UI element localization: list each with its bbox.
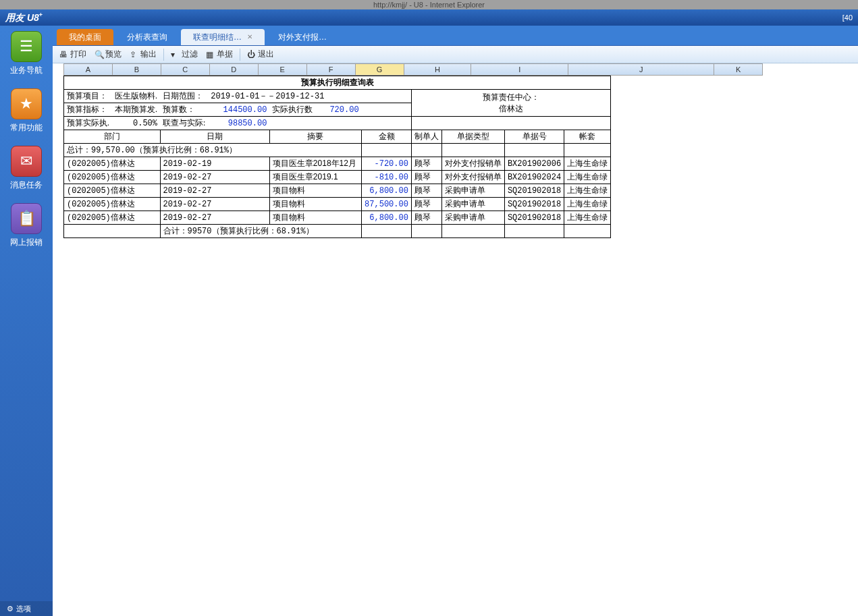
cell-date: 2019-02-27 [160,184,269,198]
column-header-A[interactable]: A [64,64,113,75]
app-titlebar: 用友 U8+ [40 [0,9,858,26]
close-icon[interactable]: ✕ [247,29,252,45]
sidebar-options[interactable]: ⚙ 选项 [0,601,53,616]
budget-project: 医生版物料. [112,90,160,103]
clipboard-icon: 📋 [11,203,42,234]
column-headers[interactable]: ABCDEFGHIJK [63,63,763,76]
exit-button[interactable]: ⏻退出 [243,47,278,61]
document-button[interactable]: ▦单据 [202,47,237,61]
report-info-row-1: 预算项目： 医生版物料. 日期范围： 2019-01-01－－2019-12-3… [64,90,611,103]
mail-icon: ✉ [11,146,42,177]
cell-type: 采购申请单 [441,184,504,198]
actual-ratio-label: 预算实际执. [64,117,113,130]
cell-ledger: 上海生命绿 [564,211,611,225]
cell-date: 2019-02-27 [160,171,269,184]
sidebar-item-online[interactable]: 📋 网上报销 [5,203,47,248]
cell-dept: (0202005)倍林达 [64,171,161,184]
report-info-row-3: 预算实际执. 0.50% 联查与实际: 98850.00 [64,117,611,130]
sidebar-item-fav[interactable]: ★ 常用功能 [5,88,47,134]
column-header-F[interactable]: F [307,64,356,75]
cell-amount: 6,800.00 [362,211,412,225]
cell-maker: 顾琴 [411,184,441,198]
actual-exec: 720.00 [327,103,361,117]
column-header-H[interactable]: H [404,64,472,75]
column-header-C[interactable]: C [161,64,210,75]
budget-index-label: 预算指标： [64,103,113,117]
tab-bar: 我的桌面 分析表查询 联查明细结…✕ 对外支付报… [53,26,858,46]
column-header-G[interactable]: G [356,64,404,75]
export-icon: ⇪ [130,50,139,59]
col-dept: 部门 [64,130,161,144]
diff: 98850.00 [208,117,269,130]
sidebar-options-label: 选项 [16,604,31,614]
column-header-E[interactable]: E [259,64,307,75]
print-button[interactable]: 🖶打印 [55,47,90,61]
cell-docno: SQ201902018 [504,184,564,198]
print-icon: 🖶 [59,50,69,59]
nav-icon: ☰ [11,31,42,62]
table-row[interactable]: (0202005)倍林达2019-02-27项目医生章2019.1-810.00… [64,171,611,184]
column-header-J[interactable]: J [568,64,714,75]
cell-docno: BX201902006 [504,157,564,171]
browser-title-bar: http://kmjj/ - U8 - Internet Explorer [0,0,858,9]
sidebar-item-nav[interactable]: ☰ 业务导航 [5,31,47,76]
cell-dept: (0202005)倍林达 [64,184,161,198]
cell-summary: 项目物料 [269,211,361,225]
gear-icon: ⚙ [7,605,14,613]
budget-project-label: 预算项目： [64,90,113,103]
tab-desktop[interactable]: 我的桌面 [57,29,113,45]
sheet-area[interactable]: ABCDEFGHIJK 预算执行明细查询表 预算项目： 医生版物料. 日期范围：… [63,63,858,616]
total-text: 总计：99,570.00（预算执行比例：68.91%） [64,144,362,157]
tab-analysis[interactable]: 分析表查询 [115,29,180,45]
cell-amount: 87,500.00 [362,198,412,211]
report-table: 预算执行明细查询表 预算项目： 医生版物料. 日期范围： 2019-01-01－… [63,76,611,238]
cell-date: 2019-02-27 [160,198,269,211]
cell-docno: SQ201902018 [504,198,564,211]
cell-dept: (0202005)倍林达 [64,211,161,225]
col-summary: 摘要 [269,130,361,144]
titlebar-right-text: [40 [842,13,853,22]
column-header-D[interactable]: D [210,64,259,75]
export-button[interactable]: ⇪输出 [126,47,161,61]
cell-maker: 顾琴 [411,171,441,184]
cell-type: 对外支付报销单 [441,157,504,171]
column-header-K[interactable]: K [714,64,763,75]
cell-date: 2019-02-19 [160,157,269,171]
toolbar-separator [163,49,164,61]
preview-button[interactable]: 🔍预览 [90,47,126,61]
table-row[interactable]: (0202005)倍林达2019-02-27项目物料87,500.00顾琴采购申… [64,198,611,211]
cell-ledger: 上海生命绿 [564,157,611,171]
col-ledger: 帐套 [564,130,611,144]
tab-external-pay[interactable]: 对外支付报… [266,29,339,45]
budget-index: 本期预算发. [112,103,160,117]
table-row[interactable]: (0202005)倍林达2019-02-19项目医生章2018年12月-720.… [64,157,611,171]
cell-maker: 顾琴 [411,211,441,225]
sidebar-item-label: 网上报销 [5,237,47,248]
cell-type: 采购申请单 [441,211,504,225]
cell-dept: (0202005)倍林达 [64,157,161,171]
col-docno: 单据号 [504,130,564,144]
sidebar-item-label: 业务导航 [5,65,47,76]
actual-exec-label: 实际执行数 [269,103,327,117]
column-header-I[interactable]: I [471,64,568,75]
cell-docno: SQ201902018 [504,211,564,225]
sidebar-item-msg[interactable]: ✉ 消息任务 [5,146,47,191]
col-amount: 金额 [362,130,412,144]
cell-summary: 项目物料 [269,184,361,198]
tab-detail-query[interactable]: 联查明细结…✕ [181,29,265,45]
total-row: 总计：99,570.00（预算执行比例：68.91%） [64,144,611,157]
date-range-label: 日期范围： [160,90,208,103]
filter-button[interactable]: ▾过滤 [167,47,202,61]
date-range: 2019-01-01－－2019-12-31 [208,90,327,103]
cell-summary: 项目医生章2018年12月 [269,157,361,171]
cell-amount: -810.00 [362,171,412,184]
cell-summary: 项目物料 [269,198,361,211]
table-row[interactable]: (0202005)倍林达2019-02-27项目物料6,800.00顾琴采购申请… [64,184,611,198]
table-row[interactable]: (0202005)倍林达2019-02-27项目物料6,800.00顾琴采购申请… [64,211,611,225]
column-header-B[interactable]: B [113,64,161,75]
col-maker: 制单人 [411,130,441,144]
budget-num: 144500.00 [208,103,269,117]
report-title: 预算执行明细查询表 [64,76,611,90]
cell-maker: 顾琴 [411,157,441,171]
cell-ledger: 上海生命绿 [564,184,611,198]
